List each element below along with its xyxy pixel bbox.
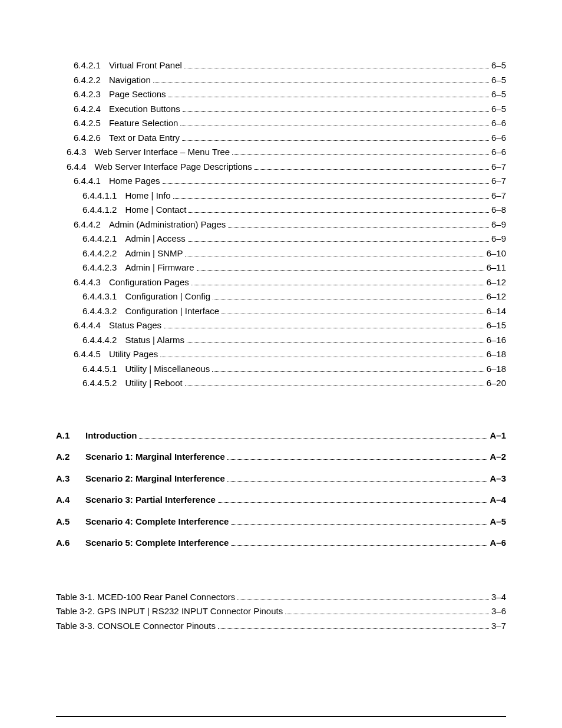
toc-entry[interactable]: 6.4.4.2.3Admin | Firmware6–11 <box>56 261 506 275</box>
toc-entry-number: A.6 <box>56 536 85 550</box>
toc-entry-page: 6–18 <box>487 348 506 361</box>
toc-entry[interactable]: 6.4.4.4.2Status | Alarms6–16 <box>56 334 506 347</box>
toc-entry-number: A.3 <box>56 472 85 486</box>
toc-leader-dots <box>160 357 484 357</box>
toc-entry[interactable]: A.2Scenario 1: Marginal InterferenceA–2 <box>56 450 506 464</box>
toc-entry-number: 6.4.4.1.1 <box>82 189 125 203</box>
toc-entry[interactable]: 6.4.2.3Page Sections6–5 <box>56 88 506 101</box>
footer-rule <box>56 716 506 717</box>
toc-entry-number: 6.4.4.3.1 <box>82 290 125 304</box>
toc-entry-number: A.4 <box>56 493 85 507</box>
toc-entry-page: 6–7 <box>491 160 506 174</box>
toc-entry-number: A.2 <box>56 450 85 464</box>
toc-entry-number: 6.4.4.1 <box>74 174 109 188</box>
toc-entry-number: 6.4.4.3.2 <box>82 305 125 318</box>
toc-entry[interactable]: A.3Scenario 2: Marginal InterferenceA–3 <box>56 472 506 486</box>
toc-entry[interactable]: 6.4.4.1Home Pages6–7 <box>56 174 506 188</box>
toc-leader-dots <box>188 241 489 242</box>
toc-leader-dots <box>168 97 489 97</box>
toc-entry[interactable]: 6.4.2.6Text or Data Entry6–6 <box>56 131 506 145</box>
toc-entry-title: Navigation <box>109 74 151 87</box>
toc-leader-dots <box>218 502 488 503</box>
toc-entry-title: Configuration Pages <box>109 276 189 289</box>
toc-entry-number: 6.4.4 <box>67 160 94 174</box>
toc-entry[interactable]: 6.4.4.5.1Utility | Miscellaneous6–18 <box>56 363 506 376</box>
toc-leader-dots <box>153 83 489 83</box>
toc-entry[interactable]: A.1IntroductionA–1 <box>56 429 506 443</box>
toc-entry-number: 6.4.4.2.3 <box>82 261 125 275</box>
toc-entry-number: 6.4.4.1.2 <box>82 203 125 217</box>
toc-entry[interactable]: A.4Scenario 3: Partial InterferenceA–4 <box>56 493 506 507</box>
toc-entry-title: Admin | Firmware <box>125 261 194 275</box>
toc-entry-title: Home | Contact <box>125 203 186 217</box>
toc-entry[interactable]: 6.4.4.4Status Pages6–15 <box>56 319 506 332</box>
toc-entry[interactable]: 6.4.2.5Feature Selection6–6 <box>56 117 506 130</box>
toc-leader-dots <box>232 154 489 155</box>
toc-entry[interactable]: 6.4.4.1.2Home | Contact6–8 <box>56 203 506 217</box>
toc-leader-dots <box>237 599 489 600</box>
toc-entry[interactable]: 6.4.2.1Virtual Front Panel6–5 <box>56 59 506 73</box>
toc-entry-page: 6–18 <box>487 363 506 376</box>
toc-leader-dots <box>285 614 489 614</box>
toc-entry[interactable]: 6.4.4.5Utility Pages6–18 <box>56 348 506 361</box>
toc-entry[interactable]: 6.4.4.2.2Admin | SNMP6–10 <box>56 247 506 261</box>
toc-entry-number: A.1 <box>56 429 85 443</box>
toc-entry-page: A–4 <box>490 493 506 507</box>
toc-entry-title: Utility | Reboot <box>125 377 182 390</box>
toc-entry-number: 6.4.2.3 <box>74 88 109 101</box>
toc-entry-number: 6.4.4.3 <box>74 276 109 289</box>
toc-entry-number: 6.4.2.2 <box>74 74 109 87</box>
toc-entry[interactable]: 6.4.4.3.1Configuration | Config6–12 <box>56 290 506 304</box>
toc-entry-title: Web Server Interface Page Descriptions <box>94 160 252 174</box>
toc-entry[interactable]: A.6Scenario 5: Complete InterferenceA–6 <box>56 536 506 550</box>
toc-entry[interactable]: 6.4.2.4Execution Buttons6–5 <box>56 103 506 116</box>
toc-entry[interactable]: A.5Scenario 4: Complete InterferenceA–5 <box>56 515 506 529</box>
toc-entry-title: Scenario 3: Partial Interference <box>85 493 216 507</box>
toc-entry-page: 6–11 <box>487 261 506 275</box>
toc-entry-number: 6.4.4.5 <box>74 348 109 361</box>
toc-entry[interactable]: 6.4.4.1.1Home | Info6–7 <box>56 189 506 203</box>
toc-entry-page: 6–8 <box>491 203 506 217</box>
toc-entry[interactable]: 6.4.3Web Server Interface – Menu Tree6–6 <box>56 146 506 159</box>
toc-entry-title: Execution Buttons <box>109 103 180 116</box>
toc-entry-number: 6.4.2.4 <box>74 103 109 116</box>
toc-entry-title: Table 3-1. MCED-100 Rear Panel Connector… <box>56 591 235 604</box>
toc-leader-dots <box>185 386 484 386</box>
toc-entry-title: Admin | Access <box>125 232 185 246</box>
toc-leader-dots <box>231 545 487 546</box>
toc-entry[interactable]: 6.4.4.3.2Configuration | Interface6–14 <box>56 305 506 318</box>
toc-entry-title: Table 3-2. GPS INPUT | RS232 INPUT Conne… <box>56 605 283 618</box>
toc-entry-page: 6–6 <box>491 131 506 145</box>
toc-entry-title: Text or Data Entry <box>109 131 180 145</box>
toc-entry-page: 6–7 <box>491 174 506 188</box>
toc-entry[interactable]: 6.4.4.5.2Utility | Reboot6–20 <box>56 377 506 390</box>
toc-leader-dots <box>184 68 489 68</box>
toc-entry[interactable]: Table 3-1. MCED-100 Rear Panel Connector… <box>56 591 506 604</box>
toc-entry[interactable]: Table 3-3. CONSOLE Connector Pinouts3–7 <box>56 620 506 633</box>
toc-entry-page: 3–7 <box>491 620 506 633</box>
toc-entry-page: A–3 <box>490 472 506 486</box>
toc-entry-number: 6.4.2.5 <box>74 117 109 130</box>
toc-entry-page: 6–5 <box>491 88 506 101</box>
toc-entry-title: Admin | SNMP <box>125 247 183 261</box>
toc-entry-number: 6.4.2.6 <box>74 131 109 145</box>
toc-entry-title: Utility | Miscellaneous <box>125 363 210 376</box>
toc-entry-number: 6.4.4.5.1 <box>82 363 125 376</box>
toc-leader-dots <box>218 628 489 629</box>
toc-entry[interactable]: 6.4.4Web Server Interface Page Descripti… <box>56 160 506 174</box>
toc-entry[interactable]: 6.4.4.3Configuration Pages6–12 <box>56 276 506 289</box>
toc-entry-page: 6–14 <box>487 305 506 318</box>
toc-entry[interactable]: 6.4.4.2Admin (Administration) Pages6–9 <box>56 218 506 232</box>
toc-leader-dots <box>173 198 489 199</box>
toc-entry-number: 6.4.4.5.2 <box>82 377 125 390</box>
toc-entry[interactable]: Table 3-2. GPS INPUT | RS232 INPUT Conne… <box>56 605 506 618</box>
toc-entry-title: Introduction <box>85 429 137 443</box>
toc-entry[interactable]: 6.4.2.2Navigation6–5 <box>56 74 506 87</box>
toc-section-numbered: 6.4.2.1Virtual Front Panel6–56.4.2.2Navi… <box>56 59 506 390</box>
toc-leader-dots <box>213 299 484 299</box>
toc-entry-page: A–5 <box>490 515 506 529</box>
toc-entry-title: Page Sections <box>109 88 166 101</box>
toc-leader-dots <box>231 524 487 525</box>
toc-leader-dots <box>222 314 484 314</box>
toc-entry[interactable]: 6.4.4.2.1Admin | Access6–9 <box>56 232 506 246</box>
